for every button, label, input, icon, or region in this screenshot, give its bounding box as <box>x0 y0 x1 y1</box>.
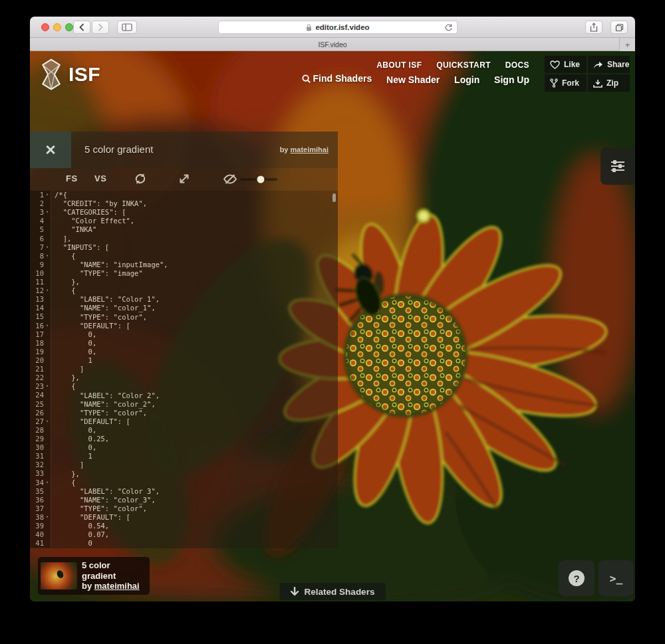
nav-sign-up[interactable]: Sign Up <box>494 74 529 85</box>
url-text: editor.isf.video <box>315 23 369 31</box>
code-line[interactable]: 10 "TYPE": "image" <box>30 269 338 278</box>
shader-thumbnail <box>41 562 77 590</box>
sidebar-toggle-button[interactable] <box>117 21 137 34</box>
help-button[interactable]: ? <box>559 560 595 596</box>
logo-text: ISF <box>68 63 100 86</box>
code-line[interactable]: 21 ] <box>30 365 338 374</box>
code-line[interactable]: 15 "TYPE": "color", <box>30 313 338 322</box>
shader-title: 5 color gradient <box>84 144 153 155</box>
code-line[interactable]: 4 "Color Effect", <box>30 217 338 225</box>
refresh-icon <box>133 172 148 185</box>
like-button[interactable]: Like <box>545 56 587 73</box>
code-line[interactable]: 26 "TYPE": "color", <box>30 409 338 417</box>
expand-editor-button[interactable] <box>178 172 191 188</box>
shader-actions: Like Share Fork Zip <box>545 56 630 92</box>
download-icon <box>593 79 602 88</box>
nav-quickstart[interactable]: QUICKSTART <box>436 60 491 70</box>
opacity-slider[interactable] <box>240 178 277 181</box>
back-button[interactable] <box>73 21 90 34</box>
minimize-window-button[interactable] <box>53 23 61 31</box>
nav-login[interactable]: Login <box>454 74 479 85</box>
code-line[interactable]: 39 0.54, <box>30 522 338 530</box>
code-line[interactable]: 22 }, <box>30 374 338 382</box>
code-line[interactable]: 33 }, <box>30 470 338 479</box>
code-line[interactable]: 7▾ "INPUTS": [ <box>30 243 338 252</box>
nav-about-isf[interactable]: ABOUT ISF <box>376 60 422 70</box>
code-line[interactable]: 3▾ "CATEGORIES": [ <box>30 208 338 217</box>
tab-overview-button[interactable] <box>610 21 628 34</box>
code-line[interactable]: 9 "NAME": "inputImage", <box>30 261 338 269</box>
code-line[interactable]: 2 "CREDIT": "by INKA", <box>30 199 338 208</box>
console-button[interactable]: >_ <box>598 560 634 596</box>
lock-icon <box>306 24 312 31</box>
code-line[interactable]: 19 0, <box>30 348 338 356</box>
code-line[interactable]: 38▾ "DEFAULT": [ <box>30 513 338 522</box>
active-tab[interactable]: ISF.video <box>318 41 346 49</box>
logo[interactable]: ISF <box>39 58 100 90</box>
close-window-button[interactable] <box>41 23 49 31</box>
zoom-window-button[interactable] <box>65 23 73 31</box>
card-author-link[interactable]: mateimihai <box>94 581 140 591</box>
code-line[interactable]: 35 "LABEL": "Color 3", <box>30 487 338 496</box>
code-line[interactable]: 5 "INKA" <box>30 225 338 234</box>
panel-header: ✕ 5 color gradient by mateimihai <box>30 132 338 168</box>
toggle-opacity-button[interactable] <box>223 174 237 187</box>
tab-vertex-shader[interactable]: VS <box>94 173 106 183</box>
code-line[interactable]: 23▾ { <box>30 382 338 391</box>
page-content: ISF ABOUT ISF QUICKSTART DOCS Find Shade… <box>30 51 635 601</box>
zip-button[interactable]: Zip <box>588 74 630 92</box>
code-line[interactable]: 28 0, <box>30 426 338 435</box>
code-line[interactable]: 30 0, <box>30 443 338 452</box>
code-line[interactable]: 25 "NAME": "color_2", <box>30 400 338 409</box>
arrow-down-icon <box>291 587 299 596</box>
code-line[interactable]: 40 0.07, <box>30 530 338 539</box>
related-shaders-button[interactable]: Related Shaders <box>280 583 386 600</box>
shader-info-card[interactable]: 5 color gradient by mateimihai <box>38 557 150 595</box>
main-nav: ABOUT ISF QUICKSTART DOCS Find Shaders N… <box>290 60 530 85</box>
code-line[interactable]: 11 }, <box>30 278 338 286</box>
code-line[interactable]: 18 0, <box>30 339 338 348</box>
back-chevron-icon <box>79 23 84 31</box>
code-line[interactable]: 32 ] <box>30 461 338 469</box>
code-line[interactable]: 41 0 <box>30 539 338 548</box>
code-line[interactable]: 36 "NAME": "color_3", <box>30 496 338 504</box>
code-line[interactable]: 6 ], <box>30 235 338 243</box>
new-tab-button[interactable]: + <box>619 38 635 51</box>
tabs-icon <box>615 23 624 32</box>
code-line[interactable]: 8▾ { <box>30 252 338 261</box>
nav-find-shaders[interactable]: Find Shaders <box>302 73 372 84</box>
tab-fragment-shader[interactable]: FS <box>66 173 78 183</box>
code-line[interactable]: 37 "TYPE": "color", <box>30 504 338 513</box>
code-line[interactable]: 24 "LABEL": "Color 2", <box>30 391 338 400</box>
share-button[interactable]: Share <box>588 56 630 73</box>
shader-byline: by mateimihai <box>280 146 329 154</box>
code-line[interactable]: 31 1 <box>30 452 338 461</box>
code-line[interactable]: 14 "NAME": "color_1", <box>30 304 338 312</box>
editor-panel: ✕ 5 color gradient by mateimihai FS VS <box>30 132 338 548</box>
expand-icon <box>178 172 191 185</box>
close-editor-button[interactable]: ✕ <box>30 132 71 168</box>
forward-button[interactable] <box>92 21 109 34</box>
editor-scrollbar[interactable] <box>332 193 336 202</box>
nav-docs[interactable]: DOCS <box>505 60 529 70</box>
slider-thumb[interactable] <box>257 176 265 183</box>
recompile-button[interactable] <box>133 172 148 188</box>
address-bar[interactable]: editor.isf.video <box>218 21 458 34</box>
code-editor: 1▾/*{2 "CREDIT": "by INKA",3▾ "CATEGORIE… <box>30 191 338 548</box>
author-link[interactable]: mateimihai <box>291 146 329 154</box>
code-line[interactable]: 16▾ "DEFAULT": [ <box>30 322 338 330</box>
isf-logo-icon <box>39 58 64 90</box>
fork-button[interactable]: Fork <box>545 74 587 92</box>
code-line[interactable]: 13 "LABEL": "Color 1", <box>30 295 338 304</box>
share-page-button[interactable] <box>585 21 602 34</box>
shader-controls-button[interactable] <box>600 148 635 185</box>
code-line[interactable]: 34▾ { <box>30 479 338 487</box>
code-line[interactable]: 17 0, <box>30 330 338 339</box>
reload-button[interactable] <box>444 23 453 33</box>
nav-new-shader[interactable]: New Shader <box>386 74 440 85</box>
code-line[interactable]: 29 0.25, <box>30 435 338 443</box>
code-line[interactable]: 27▾ "DEFAULT": [ <box>30 417 338 426</box>
code-line[interactable]: 12▾ { <box>30 286 338 295</box>
code-line[interactable]: 1▾/*{ <box>30 191 338 199</box>
code-line[interactable]: 20 1 <box>30 356 338 365</box>
